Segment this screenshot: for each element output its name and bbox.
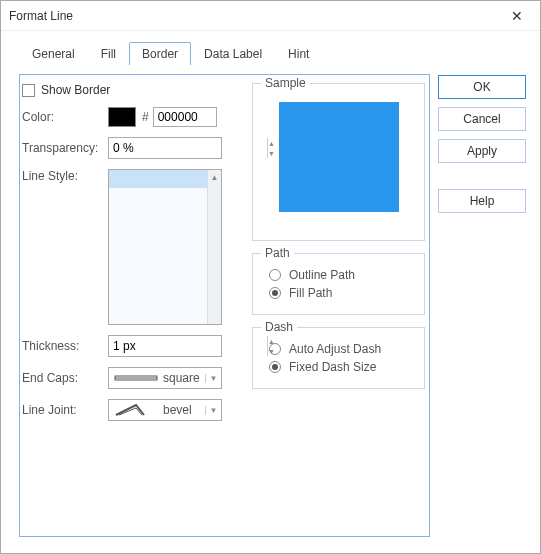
transparency-stepper[interactable]: ▲ ▼ — [108, 137, 222, 159]
dash-legend: Dash — [261, 320, 297, 334]
fill-path-radio[interactable] — [269, 287, 281, 299]
tab-hint[interactable]: Hint — [275, 42, 322, 65]
linejoint-value: bevel — [163, 403, 205, 417]
path-legend: Path — [261, 246, 294, 260]
linejoint-combo[interactable]: bevel ▼ — [108, 399, 222, 421]
color-hex-input[interactable] — [153, 107, 217, 127]
cancel-button[interactable]: Cancel — [438, 107, 526, 131]
endcaps-value: square — [163, 371, 205, 385]
scrollbar[interactable]: ▲ — [207, 170, 221, 324]
endcaps-combo[interactable]: square ▼ — [108, 367, 222, 389]
tab-general[interactable]: General — [19, 42, 88, 65]
close-icon[interactable]: ✕ — [502, 8, 532, 24]
help-button[interactable]: Help — [438, 189, 526, 213]
window-title: Format Line — [9, 9, 502, 23]
ok-button[interactable]: OK — [438, 75, 526, 99]
transparency-label: Transparency: — [22, 141, 108, 155]
tab-panel-border: Show Border Color: # Transparency: — [19, 75, 430, 537]
endcaps-preview-icon — [113, 371, 159, 385]
linejoint-label: Line Joint: — [22, 403, 108, 417]
tab-fill[interactable]: Fill — [88, 42, 129, 65]
linejoint-preview-icon — [113, 403, 159, 417]
color-swatch[interactable] — [108, 107, 136, 127]
show-border-checkbox[interactable] — [22, 84, 35, 97]
tabstrip: General Fill Border Data Label Hint — [19, 41, 430, 65]
dash-fieldset: Dash Auto Adjust Dash Fixed Dash Size — [252, 327, 425, 389]
fill-path-label: Fill Path — [289, 286, 332, 300]
outline-path-radio[interactable] — [269, 269, 281, 281]
sample-swatch — [279, 102, 399, 212]
apply-button[interactable]: Apply — [438, 139, 526, 163]
transparency-input[interactable] — [109, 141, 267, 155]
scroll-up-icon[interactable]: ▲ — [208, 170, 221, 184]
sample-fieldset: Sample — [252, 83, 425, 241]
auto-dash-label: Auto Adjust Dash — [289, 342, 381, 356]
show-border-label: Show Border — [41, 83, 110, 97]
linestyle-selected-item[interactable] — [109, 170, 221, 188]
thickness-input[interactable] — [109, 339, 267, 353]
linestyle-label: Line Style: — [22, 169, 108, 183]
path-fieldset: Path Outline Path Fill Path — [252, 253, 425, 315]
titlebar: Format Line ✕ — [1, 1, 540, 31]
tab-border[interactable]: Border — [129, 42, 191, 65]
thickness-label: Thickness: — [22, 339, 108, 353]
outline-path-label: Outline Path — [289, 268, 355, 282]
auto-dash-radio[interactable] — [269, 343, 281, 355]
sample-legend: Sample — [261, 76, 310, 90]
color-label: Color: — [22, 110, 108, 124]
chevron-down-icon[interactable]: ▼ — [205, 406, 221, 415]
fixed-dash-radio[interactable] — [269, 361, 281, 373]
fixed-dash-label: Fixed Dash Size — [289, 360, 376, 374]
thickness-stepper[interactable]: ▲ ▼ — [108, 335, 222, 357]
tab-datalabel[interactable]: Data Label — [191, 42, 275, 65]
endcaps-label: End Caps: — [22, 371, 108, 385]
chevron-down-icon[interactable]: ▼ — [205, 374, 221, 383]
hash-symbol: # — [142, 110, 149, 124]
linestyle-listbox[interactable]: ▲ — [108, 169, 222, 325]
